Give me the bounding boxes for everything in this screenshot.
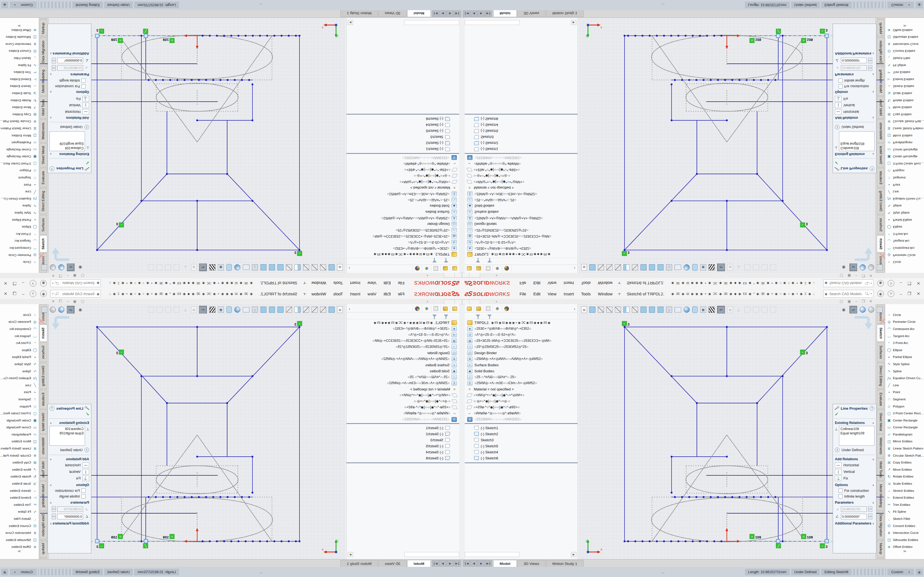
unit-system-selector[interactable]: Custom▲ <box>10 569 37 575</box>
tree-item-row8[interactable]: ∕○25·∩*¤ΛШ○◦○ШΛ¤*∩·25○ <box>465 374 577 380</box>
relation-badge[interactable]: ▫3 <box>294 251 302 256</box>
qat-icon[interactable]: Ш <box>687 281 689 285</box>
minimize-button[interactable]: – <box>22 281 24 286</box>
qat-icon[interactable]: ◉ <box>165 292 168 296</box>
doc-control-icon[interactable]: ▣ <box>848 274 851 278</box>
cubes-icon[interactable] <box>278 264 284 270</box>
file-icon[interactable]: ▤ <box>337 264 342 271</box>
qat-icon[interactable]: Ш <box>687 292 689 296</box>
pressed-icon[interactable]: ↩ <box>717 306 725 314</box>
doc-control-icon[interactable]: ❐ <box>862 274 865 278</box>
pressed-icon[interactable]: ↩ <box>199 306 207 314</box>
qat-icon[interactable]: ◉ <box>700 292 703 296</box>
qat-icon[interactable]: ƎƐ <box>724 292 728 296</box>
qat-icon[interactable]: ◉ <box>155 292 157 296</box>
unit-system-selector[interactable]: Custom▲ <box>887 569 914 575</box>
half-icon[interactable] <box>294 307 300 313</box>
orb-icon[interactable] <box>50 307 56 313</box>
rollback-bar[interactable] <box>347 462 459 463</box>
filter-funnel-icon[interactable] <box>487 314 492 317</box>
filter-funnel-icon[interactable] <box>476 314 480 317</box>
confirmation-corner-icon[interactable] <box>51 315 72 332</box>
doc-control-icon[interactable]: ▣ <box>73 299 76 303</box>
checkbox[interactable] <box>838 488 843 493</box>
tool-point[interactable]: ▪Point <box>885 181 924 189</box>
tool-perimeter-circle[interactable]: ◎Perimeter Circle <box>885 252 924 259</box>
cubes-icon[interactable] <box>649 264 655 270</box>
menu-window[interactable]: Window <box>594 289 616 299</box>
tree-item-row9[interactable]: Σ○25ИИ◎◦+Λ∩m3Ɛ○◦○Ɛ3m∩Λ+◦◎ИИ52○ <box>347 191 459 197</box>
tool-mirror-entities[interactable]: ◫Mirror Entities <box>885 132 924 139</box>
boxg-icon[interactable] <box>877 264 883 270</box>
pressed-icon[interactable]: ▱ <box>850 263 857 271</box>
rollback-bar[interactable] <box>465 462 577 463</box>
tool-line[interactable]: ╱Line <box>885 188 924 195</box>
wire-icon[interactable] <box>286 264 292 270</box>
tool-stretch-entities[interactable]: ↔Stretch Entities <box>885 83 924 90</box>
tree-item-row3[interactable]: ◔○25*◎25И3Ɛ25○◦○253ƐИ52◎*25○ <box>347 344 459 350</box>
doc-tab-model[interactable]: Model <box>493 10 517 17</box>
zebra-icon[interactable] <box>209 264 215 270</box>
file-dis-icon[interactable]: ▤ <box>727 264 733 271</box>
tree-item-sketch5[interactable]: (-) Sketch5 <box>347 128 459 134</box>
flyout-more-icon[interactable]: ≫ <box>0 24 39 28</box>
wire-icon[interactable] <box>598 307 604 313</box>
panel-help-icon[interactable]: ? <box>50 166 55 171</box>
qat-icon[interactable]: ƎƐ <box>761 292 765 296</box>
menu-edit[interactable]: Edit <box>380 289 394 299</box>
qat-icon[interactable]: Ξ <box>804 292 806 296</box>
relation-badge[interactable]: =109 <box>111 38 123 43</box>
orb-icon[interactable] <box>50 264 56 270</box>
relation-badge[interactable]: ▫3 <box>820 28 827 34</box>
tool-convert-entities[interactable]: ⊡Convert Entities <box>0 522 39 529</box>
cubes-icon[interactable] <box>269 307 275 313</box>
tool-corner-rectangle[interactable]: ▭Corner Rectangle <box>0 146 39 153</box>
relation-equal-length109[interactable]: Equal length109 <box>51 431 84 435</box>
additional-parameters-section[interactable]: Additional Parameters∨ <box>833 51 876 57</box>
tool-rotate-entities[interactable]: ↻Rotate Entities <box>885 97 924 104</box>
tab-nav-button[interactable]: ▶ <box>439 560 446 567</box>
option-for-construction[interactable]: For construction <box>48 84 91 89</box>
parameter-input[interactable] <box>57 58 83 63</box>
tool-segment[interactable]: ∷Segment <box>885 396 924 403</box>
option-infinite-length[interactable]: Infinite length <box>833 493 876 499</box>
tool-partial-ellipse[interactable]: ◗Partial Ellipse <box>885 216 924 224</box>
help-icon[interactable]: ? <box>30 280 36 287</box>
qat-icon[interactable]: ƐƧ <box>177 292 181 296</box>
spin-down-icon[interactable] <box>868 517 872 519</box>
tree-item-surface-bodies[interactable]: ◗Surface Bodies <box>347 209 459 215</box>
file-icon[interactable]: ▤ <box>582 264 587 271</box>
tool-rotate-entities[interactable]: ↻Rotate Entities <box>0 97 39 104</box>
tool-3-point-center-recta[interactable]: ▢3 Point Center Recta... <box>0 410 39 417</box>
doc-tab-motion-study-1[interactable]: Motion Study 1 <box>546 560 583 567</box>
ghost-icon[interactable] <box>753 264 759 270</box>
tree-item-row1[interactable]: ↺○Λ*◎+25◦Ƨ○◦○Ƨ◦52+◎*Λ○ <box>465 239 577 245</box>
cubes-icon[interactable] <box>329 307 335 313</box>
panel-ok-icon[interactable]: ✓ <box>833 411 876 417</box>
relations-listbox[interactable]: Collinear108Equal length109 <box>839 131 874 151</box>
qat-icon[interactable]: ◉ <box>173 281 176 285</box>
tool-trim-entities[interactable]: ✂Trim Entities <box>885 69 924 76</box>
eye-push-icon[interactable]: ◉ <box>77 306 84 313</box>
wire-icon[interactable] <box>320 264 326 270</box>
wire-icon[interactable] <box>312 307 318 313</box>
wire-icon[interactable] <box>606 307 612 313</box>
qat-icon[interactable]: ◉ <box>708 281 711 285</box>
tool-fit-spline[interactable]: ∿Fit Spline <box>0 62 39 69</box>
wire-icon[interactable] <box>303 307 309 313</box>
qat-icon[interactable]: ○ <box>134 281 136 285</box>
tree-item-row13[interactable]: ○+Ƨ9ø◦*○*◉[○◦○]◉*○*◦ø9Ƨ+○ <box>347 404 459 410</box>
search-icon[interactable] <box>55 281 59 285</box>
qat-icon[interactable]: + <box>705 292 706 296</box>
tab-propertymanager[interactable] <box>474 265 483 272</box>
qat-icon[interactable]: ◉ <box>800 292 803 296</box>
relation-collinear108[interactable]: Collinear108 <box>51 427 84 431</box>
parameters-section[interactable]: Parameters∧ <box>833 72 876 78</box>
doc-control-icon[interactable]: ✕ <box>869 274 872 278</box>
tab-displaymanager[interactable] <box>412 265 422 272</box>
tool-copy-entities[interactable]: ⊞Copy Entities <box>885 111 924 118</box>
menu-tools[interactable]: Tools <box>330 289 347 299</box>
tool-polygon[interactable]: ◇Polygon <box>0 403 39 410</box>
spin-down-icon[interactable] <box>868 509 872 512</box>
tab-nav-button[interactable]: ▶❙ <box>432 10 439 17</box>
